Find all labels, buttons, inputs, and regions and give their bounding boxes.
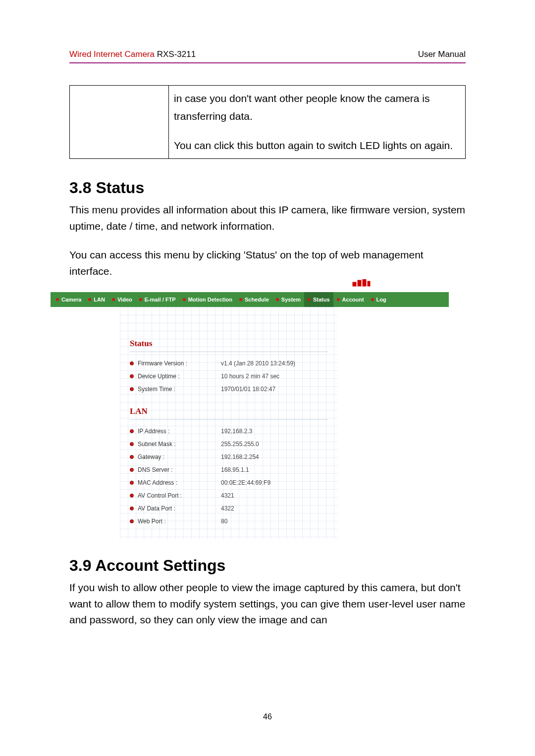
page-number: 46 bbox=[0, 712, 535, 721]
bullet-icon bbox=[88, 298, 91, 301]
row-gateway: Gateway :192.168.2.254 bbox=[130, 451, 338, 463]
bullet-icon bbox=[130, 455, 134, 459]
product-name: Wired Internet Camera bbox=[69, 50, 155, 59]
model-number: RXS-3211 bbox=[157, 50, 196, 59]
status-paragraph-2: You can access this menu by clicking 'St… bbox=[69, 247, 466, 279]
svg-rect-0 bbox=[353, 282, 356, 286]
row-ip-address: IP Address :192.168.2.3 bbox=[130, 425, 338, 438]
bullet-icon bbox=[130, 506, 134, 510]
nav-status[interactable]: Status bbox=[304, 292, 333, 307]
section-heading-status: 3.8 Status bbox=[69, 179, 466, 197]
divider bbox=[130, 352, 328, 352]
bullet-icon bbox=[130, 519, 134, 523]
nav-schedule[interactable]: Schedule bbox=[236, 292, 272, 307]
bullet-icon bbox=[183, 298, 186, 301]
bullet-icon bbox=[130, 494, 134, 498]
note-left-cell bbox=[70, 86, 169, 159]
nav-motion-detection[interactable]: Motion Detection bbox=[179, 292, 236, 307]
bullet-icon bbox=[56, 298, 59, 301]
row-mac-address: MAC Address :00:0E:2E:44:69:F9 bbox=[130, 476, 338, 489]
row-firmware-version: Firmware Version :v1.4 (Jan 28 2010 13:2… bbox=[130, 357, 338, 370]
note-paragraph-1: in case you don't want other people know… bbox=[174, 90, 460, 125]
doc-type: User Manual bbox=[418, 50, 466, 59]
status-screenshot: Camera LAN Video E-mail / FTP Motion Det… bbox=[51, 292, 449, 540]
row-av-control-port: AV Control Port :4321 bbox=[130, 489, 338, 502]
row-web-port: Web Port :80 bbox=[130, 515, 338, 528]
web-nav-bar: Camera LAN Video E-mail / FTP Motion Det… bbox=[51, 292, 449, 307]
bullet-icon bbox=[130, 387, 134, 391]
nav-email-ftp[interactable]: E-mail / FTP bbox=[136, 292, 179, 307]
bullet-icon bbox=[371, 298, 374, 301]
page-header: Wired Internet Camera RXS-3211 User Manu… bbox=[69, 50, 466, 59]
bullet-icon bbox=[130, 361, 134, 365]
bullet-icon bbox=[130, 442, 134, 446]
header-divider bbox=[69, 62, 466, 63]
svg-rect-2 bbox=[363, 279, 366, 286]
row-system-time: System Time :1970/01/01 18:02:47 bbox=[130, 383, 338, 396]
row-av-data-port: AV Data Port :4322 bbox=[130, 502, 338, 515]
bullet-icon bbox=[308, 298, 311, 301]
note-right-cell: in case you don't want other people know… bbox=[169, 86, 466, 159]
bullet-icon bbox=[276, 298, 279, 301]
note-paragraph-2: You can click this button again to switc… bbox=[174, 137, 460, 154]
svg-rect-1 bbox=[358, 280, 361, 286]
bullet-icon bbox=[337, 298, 340, 301]
bullet-icon bbox=[239, 298, 242, 301]
led-note-table: in case you don't want other people know… bbox=[69, 85, 466, 159]
bullet-icon bbox=[130, 468, 134, 472]
svg-rect-3 bbox=[368, 281, 370, 286]
panel-title-lan: LAN bbox=[130, 406, 338, 416]
divider bbox=[130, 419, 328, 420]
bullet-icon bbox=[130, 374, 134, 378]
panel-title-status: Status bbox=[130, 339, 338, 349]
bullet-icon bbox=[130, 429, 134, 433]
nav-camera[interactable]: Camera bbox=[53, 292, 85, 307]
status-paragraph-1: This menu provides all information about… bbox=[69, 202, 466, 234]
row-subnet-mask: Subnet Mask :255.255.255.0 bbox=[130, 438, 338, 451]
nav-video[interactable]: Video bbox=[108, 292, 136, 307]
nav-log[interactable]: Log bbox=[368, 292, 390, 307]
row-device-uptime: Device Uptime :10 hours 2 min 47 sec bbox=[130, 370, 338, 383]
bullet-icon bbox=[130, 481, 134, 485]
nav-system[interactable]: System bbox=[272, 292, 304, 307]
bullet-icon bbox=[139, 298, 142, 301]
bullet-icon bbox=[112, 298, 115, 301]
account-paragraph-1: If you wish to allow other people to vie… bbox=[69, 580, 466, 628]
row-dns-server: DNS Server :168.95.1.1 bbox=[130, 463, 338, 476]
nav-lan[interactable]: LAN bbox=[85, 292, 108, 307]
nav-account[interactable]: Account bbox=[333, 292, 368, 307]
section-heading-account: 3.9 Account Settings bbox=[69, 556, 466, 575]
status-panel: Status Firmware Version :v1.4 (Jan 28 20… bbox=[130, 339, 338, 528]
